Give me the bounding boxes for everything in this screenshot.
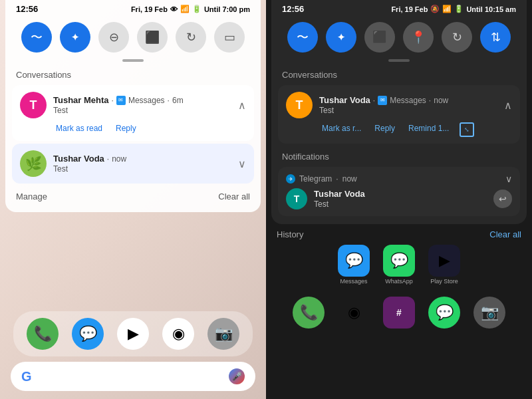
tile-battery[interactable]: ▭ bbox=[214, 22, 245, 53]
conv-name-row-2: Tushar Voda · now bbox=[53, 154, 126, 164]
history-whatsapp[interactable]: 💬 WhatsApp bbox=[383, 245, 415, 285]
history-play-store[interactable]: ▶ Play Store bbox=[428, 245, 460, 285]
tile-wifi[interactable]: 〜 bbox=[21, 22, 52, 53]
left-quick-tiles: 〜 ✦ ⊖ ⬛ ↻ ▭ bbox=[5, 17, 261, 59]
data-icon: ⇅ bbox=[491, 30, 501, 45]
notif-message: Test bbox=[314, 200, 365, 209]
dock-chrome-right[interactable]: ◉ bbox=[338, 297, 370, 329]
left-conversations-label: Conversations bbox=[5, 65, 261, 82]
chevron-up-dark-1[interactable]: ∧ bbox=[504, 99, 512, 112]
conv-header-dark-1: T Tushar Voda · ✉ Messages · now Test ∧ bbox=[286, 92, 512, 118]
camera-icon-right: 📷 bbox=[481, 304, 499, 321]
dock-play[interactable]: ▶ bbox=[117, 318, 149, 350]
clear-all-btn-right[interactable]: Clear all bbox=[489, 229, 521, 239]
reply-btn-1[interactable]: Reply bbox=[113, 122, 139, 134]
notif-left: T Tushar Voda Test bbox=[286, 188, 365, 209]
avatar-tushar-voda-notif: T bbox=[286, 188, 307, 209]
whatsapp-app-history[interactable]: 💬 bbox=[383, 245, 415, 277]
chevron-up-1[interactable]: ∧ bbox=[238, 99, 246, 112]
mute-icon: 🔕 bbox=[430, 5, 440, 13]
tile-dnd[interactable]: ⊖ bbox=[98, 22, 129, 53]
dock-phone[interactable]: 📞 bbox=[27, 318, 59, 350]
conv-name-row-1: Tushar Mehta · ✉ Messages · 6m bbox=[53, 95, 184, 105]
wifi-status-icon: 📶 bbox=[180, 5, 190, 13]
notif-content: T Tushar Voda Test ↩ bbox=[286, 188, 512, 209]
bluetooth-icon: ✦ bbox=[71, 32, 79, 43]
conv-info-2: Tushar Voda · now Test bbox=[53, 154, 126, 174]
chevron-down-notif[interactable]: ∨ bbox=[505, 174, 512, 184]
expand-icon-btn[interactable]: ⤡ bbox=[460, 122, 474, 137]
play-icon: ▶ bbox=[128, 325, 139, 342]
right-conversations-label: Conversations bbox=[271, 65, 527, 82]
dock-phone-right[interactable]: 📞 bbox=[293, 297, 325, 329]
dock-messages[interactable]: 💬 bbox=[72, 318, 104, 350]
dot-dark-1: · bbox=[373, 96, 375, 105]
manage-btn[interactable]: Manage bbox=[16, 192, 47, 201]
dock-camera-right[interactable]: 📷 bbox=[473, 297, 505, 329]
tile-rotate-right[interactable]: ↻ bbox=[442, 22, 472, 53]
mark-as-read-btn-1[interactable]: Mark as read bbox=[53, 122, 105, 134]
conv-name-row-dark-1: Tushar Voda · ✉ Messages · now bbox=[319, 95, 448, 105]
avatar-emoji: 🌿 bbox=[25, 156, 42, 172]
tile-flashlight[interactable]: ⬛ bbox=[137, 22, 168, 53]
dot-separator-2: · bbox=[107, 154, 109, 164]
chevron-down-2[interactable]: ∨ bbox=[238, 158, 246, 170]
play-store-label: Play Store bbox=[430, 278, 458, 285]
right-until: Until 10:15 am bbox=[466, 5, 516, 13]
conv-time-dark-1: now bbox=[434, 96, 448, 105]
conv-card-tushar-voda-left: 🌿 Tushar Voda · now Test ∨ bbox=[12, 144, 254, 184]
notif-time: now bbox=[342, 174, 357, 184]
conv-msg-1: Test bbox=[53, 106, 184, 115]
notif-header: ✈ Telegram · now ∨ bbox=[286, 174, 512, 184]
whatsapp-app-icon-history: 💬 bbox=[390, 252, 408, 269]
left-bottom-bar: Manage Clear all bbox=[5, 186, 261, 207]
reply-btn-dark[interactable]: Reply bbox=[372, 122, 398, 137]
pill-indicator bbox=[122, 59, 144, 62]
chrome-icon-right: ◉ bbox=[348, 304, 360, 321]
mark-as-read-btn-dark[interactable]: Mark as r... bbox=[319, 122, 364, 137]
eye-icon: 👁 bbox=[170, 5, 178, 13]
conv-card-tushar-voda-dark: T Tushar Voda · ✉ Messages · now Test ∧ bbox=[278, 85, 520, 144]
left-panel: 12:56 Fri, 19 Feb 👁 📶 🔋 Until 7:00 pm 〜 … bbox=[0, 0, 266, 399]
tile-location-right[interactable]: 📍 bbox=[403, 22, 434, 53]
avatar-tushar-voda-left: 🌿 bbox=[20, 150, 47, 177]
conv-left-1: T Tushar Mehta · ✉ Messages · 6m Test bbox=[20, 92, 184, 118]
tile-rotate[interactable]: ↻ bbox=[176, 22, 206, 53]
telegram-notification-card: ✈ Telegram · now ∨ T Tushar Voda Test ↩ bbox=[278, 167, 520, 216]
notif-reply-btn[interactable]: ↩ bbox=[493, 190, 512, 208]
camera-icon: 📷 bbox=[215, 325, 233, 342]
history-messages[interactable]: 💬 Messages bbox=[338, 245, 370, 285]
left-until: Until 7:00 pm bbox=[204, 5, 250, 13]
rotate-icon: ↻ bbox=[186, 30, 196, 45]
google-mic-icon[interactable]: 🎤 bbox=[229, 368, 245, 384]
right-notification-shade: 12:56 Fri, 19 Feb 🔕 📶 🔋 Until 10:15 am 〜… bbox=[271, 0, 527, 224]
clear-all-btn-left[interactable]: Clear all bbox=[218, 192, 250, 201]
battery-status-icon: 🔋 bbox=[192, 5, 201, 13]
tile-bluetooth[interactable]: ✦ bbox=[60, 22, 90, 53]
right-status-icons: Fri, 19 Feb 🔕 📶 🔋 Until 10:15 am bbox=[391, 5, 516, 13]
tile-flashlight-right[interactable]: ⬛ bbox=[364, 22, 395, 53]
wifi-icon: 〜 bbox=[31, 29, 43, 45]
history-section: History Clear all bbox=[266, 224, 532, 242]
dot-separator-1b: · bbox=[168, 96, 170, 105]
messages-app-history[interactable]: 💬 bbox=[338, 245, 370, 277]
rotate-icon-right: ↻ bbox=[452, 30, 462, 45]
tile-bluetooth-right[interactable]: ✦ bbox=[326, 22, 356, 53]
phone-icon: 📞 bbox=[34, 325, 52, 342]
tile-data-right[interactable]: ⇅ bbox=[480, 22, 511, 53]
conv-name-1: Tushar Mehta bbox=[53, 95, 109, 105]
dock-chrome[interactable]: ◉ bbox=[162, 318, 194, 350]
play-store-icon-history: ▶ bbox=[439, 252, 450, 269]
avatar-tushar-mehta: T bbox=[20, 92, 47, 118]
dock-camera[interactable]: 📷 bbox=[207, 318, 239, 350]
tile-wifi-right[interactable]: 〜 bbox=[287, 22, 318, 53]
dock-slack-right[interactable]: # bbox=[383, 297, 415, 329]
whatsapp-icon-right: 💬 bbox=[436, 304, 454, 321]
play-store-app-history[interactable]: ▶ bbox=[428, 245, 460, 277]
dock-whatsapp-right[interactable]: 💬 bbox=[428, 297, 460, 329]
dot-dark-1b: · bbox=[429, 96, 431, 105]
conv-left-2: 🌿 Tushar Voda · now Test bbox=[20, 150, 126, 177]
remind-btn-dark[interactable]: Remind 1... bbox=[406, 122, 452, 137]
left-search-bar[interactable]: G 🎤 bbox=[11, 362, 255, 391]
avatar-tushar-voda-dark: T bbox=[286, 92, 313, 118]
